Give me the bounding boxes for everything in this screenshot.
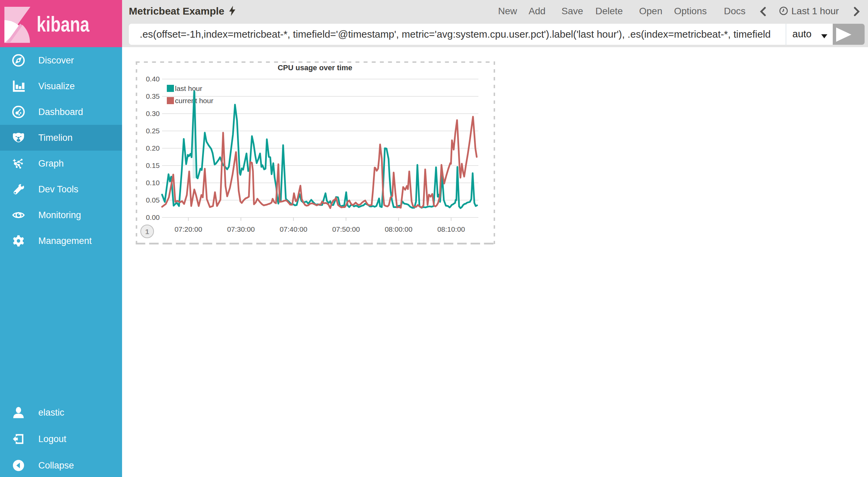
svg-text:last hour: last hour: [175, 84, 202, 92]
svg-text:0.20: 0.20: [146, 144, 160, 152]
svg-text:CPU usage over time: CPU usage over time: [278, 63, 352, 72]
svg-text:0.25: 0.25: [146, 127, 160, 135]
svg-text:0.35: 0.35: [146, 92, 160, 100]
svg-text:07:30:00: 07:30:00: [227, 225, 255, 233]
svg-text:07:50:00: 07:50:00: [332, 225, 360, 233]
svg-text:07:20:00: 07:20:00: [175, 225, 202, 233]
svg-text:0.30: 0.30: [146, 110, 160, 117]
svg-text:0.00: 0.00: [146, 213, 160, 221]
svg-text:0.10: 0.10: [146, 179, 160, 187]
svg-text:08:00:00: 08:00:00: [385, 225, 413, 233]
svg-text:08:10:00: 08:10:00: [437, 225, 465, 233]
svg-text:0.05: 0.05: [146, 196, 160, 204]
svg-text:07:40:00: 07:40:00: [280, 225, 308, 233]
svg-text:0.15: 0.15: [146, 161, 160, 169]
svg-text:0.40: 0.40: [146, 75, 160, 83]
